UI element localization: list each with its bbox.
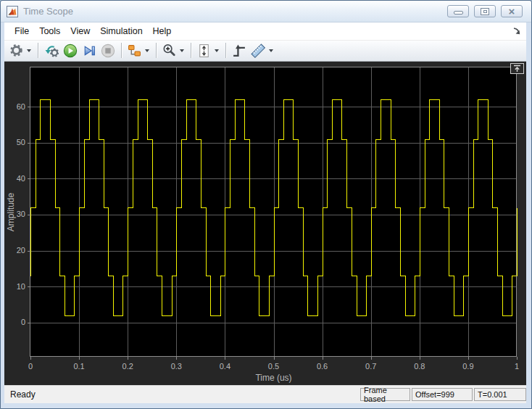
step-forward-button[interactable]: [80, 42, 99, 59]
close-button[interactable]: ×: [501, 5, 523, 17]
titlebar: Time Scope ×: [1, 1, 531, 22]
y-tick-label: 30: [17, 210, 25, 218]
y-tick-label: 40: [17, 173, 25, 182]
measurements-dropdown-caret[interactable]: [269, 49, 273, 52]
y-tick-label: 10: [17, 281, 25, 290]
x-tick-label: 0.8: [414, 362, 425, 371]
window-title: Time Scope: [23, 6, 447, 17]
menu-file[interactable]: File: [9, 23, 34, 39]
scale-y-axis-icon: [197, 44, 211, 58]
stop-icon: [101, 44, 115, 58]
menu-bar: File Tools View Simulation Help: [4, 22, 526, 41]
run-play-icon: [63, 44, 78, 58]
window-controls: ×: [447, 5, 523, 17]
y-tick-label: 20: [17, 246, 25, 255]
step-forward-icon: [82, 44, 96, 58]
gear-icon: [9, 44, 23, 57]
status-sample-time: T=0.001: [474, 388, 526, 401]
y-tick-label: 60: [17, 102, 25, 110]
settings-dropdown-caret[interactable]: [27, 49, 31, 52]
scale-axes-button[interactable]: [195, 42, 222, 59]
signal-selector-icon: [128, 44, 141, 57]
signal-selector-button[interactable]: [125, 42, 152, 59]
x-tick-label: 0: [28, 362, 33, 371]
x-tick-label: 0.6: [317, 362, 328, 371]
maximize-button[interactable]: [474, 5, 496, 17]
time-scope-window: Time Scope × File Tools View Simulation …: [0, 0, 532, 409]
dock-axes-button[interactable]: [510, 63, 524, 74]
minimize-icon: [454, 11, 463, 15]
ruler-icon: [251, 44, 265, 58]
y-tick-label: 50: [17, 138, 25, 146]
menu-simulation[interactable]: Simulation: [95, 23, 147, 39]
x-tick-label: 0.2: [122, 362, 133, 371]
cursor-measurements-button[interactable]: [249, 42, 276, 59]
x-tick-label: 0.1: [73, 362, 84, 371]
status-bar: Ready Frame based Offset=999 T=0.001: [4, 385, 526, 403]
settings-button[interactable]: [7, 42, 34, 59]
minimize-button[interactable]: [447, 5, 469, 17]
scope-display-panel: 00.10.20.30.40.50.60.70.80.9101020304050…: [4, 62, 526, 386]
x-axis-label: Time (us): [255, 373, 291, 383]
status-offset: Offset=999: [412, 388, 473, 401]
up-arrow-icon: [512, 65, 522, 73]
menu-tools[interactable]: Tools: [34, 23, 65, 39]
step-back-gear-icon: [44, 44, 59, 57]
toolbar-separator: [225, 43, 226, 58]
status-frame-based: Frame based: [360, 388, 410, 401]
menu-help[interactable]: Help: [148, 23, 177, 39]
run-button[interactable]: [61, 42, 80, 59]
status-message: Ready: [10, 389, 360, 400]
trigger-step-icon: [232, 44, 246, 58]
close-icon: ×: [509, 6, 515, 17]
triggers-button[interactable]: [230, 42, 249, 59]
matlab-logo-icon: [7, 6, 18, 17]
x-tick-label: 0.7: [365, 362, 376, 371]
scope-plot[interactable]: 00.10.20.30.40.50.60.70.80.9101020304050…: [4, 62, 526, 385]
menu-view[interactable]: View: [65, 23, 95, 39]
x-tick-label: 0.3: [171, 362, 182, 371]
plot-area[interactable]: [30, 67, 517, 357]
toolbar-separator: [156, 43, 157, 58]
signal-selector-dropdown-caret[interactable]: [145, 49, 149, 52]
window-content: File Tools View Simulation Help: [4, 22, 526, 403]
scale-axes-dropdown-caret[interactable]: [215, 49, 219, 52]
zoom-in-icon: [162, 44, 176, 57]
step-back-button[interactable]: [42, 42, 61, 59]
x-tick-label: 0.9: [462, 362, 473, 371]
dock-arrow-icon[interactable]: [512, 26, 522, 36]
x-tick-label: 0.5: [268, 362, 279, 371]
toolbar-separator: [38, 43, 38, 58]
y-tick-label: 0: [21, 318, 25, 326]
toolbar-separator: [121, 43, 122, 58]
x-tick-label: 1: [515, 362, 519, 371]
zoom-dropdown-caret[interactable]: [180, 49, 184, 52]
zoom-in-button[interactable]: [160, 42, 187, 59]
x-tick-label: 0.4: [220, 362, 230, 371]
y-axis-label: Amplitude: [6, 192, 16, 231]
toolbar-separator: [191, 43, 191, 58]
stop-button[interactable]: [99, 42, 117, 59]
toolbar: [4, 41, 526, 62]
maximize-icon: [481, 8, 489, 15]
